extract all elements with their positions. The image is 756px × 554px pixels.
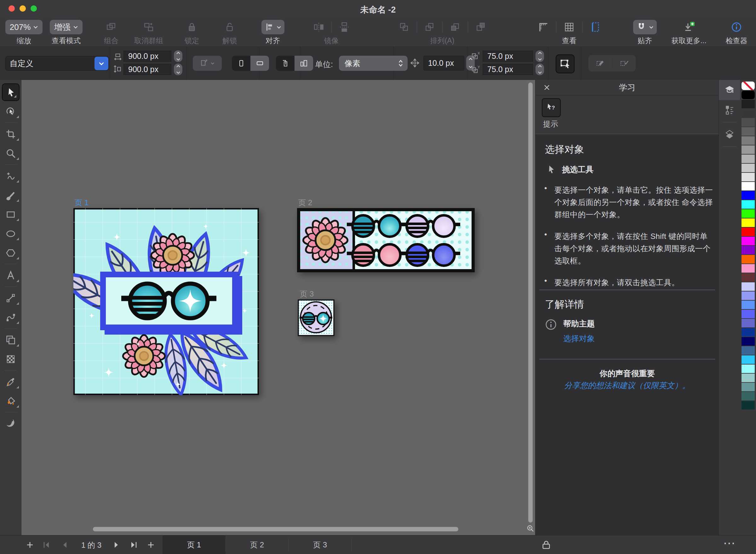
color-swatch[interactable] [742,228,755,236]
page-tab-1[interactable]: 页 1 [162,536,225,554]
rulers-icon[interactable] [537,21,549,33]
landscape-button[interactable] [250,56,269,71]
voice-feedback-link[interactable]: 分享您的想法和建议（仅限英文）。 [536,380,719,391]
page-3-canvas-label[interactable]: 页 3 [300,289,314,299]
page-3[interactable] [298,299,335,336]
color-swatch[interactable] [742,319,755,327]
page-1-artwork[interactable] [73,208,259,395]
width-stepper[interactable] [174,50,183,62]
more-options-button[interactable]: ⋯ [723,536,735,550]
learn-docker-tab[interactable] [719,80,740,100]
inspector-button[interactable]: 检查器 [721,18,752,46]
properties-docker-tab[interactable] [719,100,740,120]
grid-icon[interactable] [563,21,575,33]
color-swatch[interactable] [742,392,755,400]
color-swatch[interactable] [742,100,755,108]
color-swatch[interactable] [742,200,755,209]
crop-tool[interactable] [0,124,21,144]
rectangle-tool[interactable] [0,205,21,224]
page-3-artwork[interactable] [298,299,335,336]
shadow-tool[interactable] [0,414,21,433]
color-swatch[interactable] [742,374,755,382]
add-page-icon[interactable] [26,541,34,549]
page-1[interactable] [73,208,259,395]
pick-tool[interactable] [0,82,21,102]
help-topic-link[interactable]: 选择对象 [563,333,595,344]
first-page-icon[interactable] [42,541,50,549]
page-tab-3[interactable]: 页 3 [289,536,352,554]
page-1-canvas-label[interactable]: 页 1 [74,198,89,208]
color-swatch[interactable] [742,264,755,273]
color-swatch[interactable] [742,383,755,391]
previous-page-icon[interactable] [60,541,69,549]
color-swatch[interactable] [742,237,755,245]
add-page-icon[interactable] [147,541,155,549]
align-dropdown[interactable] [261,20,285,34]
shape-tool[interactable] [0,102,21,121]
color-swatch[interactable] [742,355,755,364]
color-swatch[interactable] [742,282,755,291]
nudge-field[interactable]: 10.0 px [423,56,464,70]
color-swatch[interactable] [742,109,755,117]
hints-tab[interactable]: ? [542,98,561,117]
units-select[interactable]: 像素 [339,56,408,71]
color-swatch[interactable] [742,182,755,190]
color-swatch[interactable] [742,337,755,346]
get-more-button[interactable]: 获取更多... [668,18,709,46]
duplicate-x-field[interactable]: 75.0 px [483,51,533,62]
text-tool[interactable] [0,266,21,285]
snap-dropdown[interactable] [633,20,657,34]
color-swatch[interactable] [742,218,755,227]
line-tool[interactable] [0,288,21,308]
polygon-tool[interactable] [0,243,21,262]
zoom-level-dropdown[interactable]: 207% [5,20,43,34]
color-swatch[interactable] [742,255,755,264]
color-swatch[interactable] [742,346,755,355]
color-swatch[interactable] [742,300,755,309]
horizontal-scrollbar[interactable] [93,527,458,531]
color-swatch[interactable] [742,291,755,300]
all-pages-button[interactable] [295,56,313,71]
color-swatch[interactable] [742,191,755,200]
view-mode-dropdown[interactable]: 增强 [50,20,83,34]
color-swatch[interactable] [742,146,755,154]
treat-as-filled-button[interactable] [556,54,574,73]
page-preset-select[interactable]: 自定义 [5,56,109,71]
duplicate-x-stepper[interactable] [536,50,544,62]
color-swatch[interactable] [742,310,755,318]
color-swatch[interactable] [742,173,755,181]
color-swatch[interactable] [742,365,755,373]
page-width-field[interactable]: 900.0 px [123,51,171,62]
objects-docker-tab[interactable] [719,124,740,145]
color-swatch[interactable] [742,127,755,136]
vertical-scrollbar[interactable] [528,82,533,522]
page-2-artwork[interactable] [297,208,475,272]
color-swatch[interactable] [742,328,755,336]
page-border-icon[interactable] [589,21,601,33]
color-swatch[interactable] [742,246,755,254]
page-tab-2[interactable]: 页 2 [225,536,289,554]
color-swatch[interactable] [742,164,755,172]
color-swatch[interactable] [742,136,755,145]
fill-tool[interactable] [0,391,21,410]
drawing-canvas[interactable]: 页 1 [21,80,535,535]
page-2-canvas-label[interactable]: 页 2 [298,198,312,208]
bezier-tool[interactable] [0,308,21,327]
last-page-icon[interactable] [130,541,138,549]
color-swatch[interactable] [742,209,755,218]
duplicate-y-field[interactable]: 75.0 px [483,64,533,75]
lock-panel-icon[interactable] [541,540,551,550]
eyedropper-tool[interactable] [0,372,21,391]
zoom-tool[interactable] [0,144,21,163]
next-page-icon[interactable] [112,541,120,549]
ellipse-tool[interactable] [0,224,21,243]
color-swatch[interactable] [742,401,755,409]
color-swatch[interactable] [742,91,755,99]
color-swatch[interactable] [742,155,755,163]
freehand-tool[interactable] [0,166,21,185]
height-stepper[interactable] [174,64,183,75]
page-2[interactable] [297,208,475,272]
color-swatch[interactable] [742,118,755,126]
duplicate-y-stepper[interactable] [536,64,544,75]
transparency-tool[interactable] [0,330,21,349]
